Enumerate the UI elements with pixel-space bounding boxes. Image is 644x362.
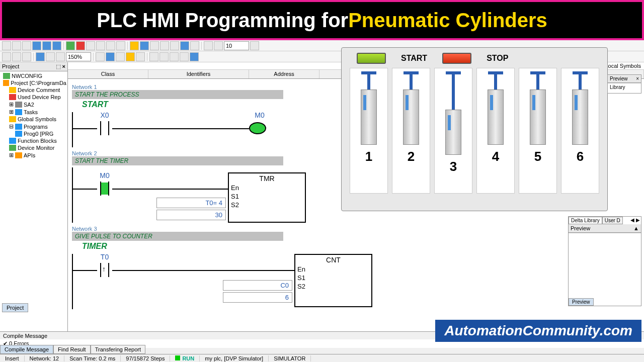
contact-x0[interactable]: [97, 121, 112, 136]
tree-nwconfig[interactable]: NWCONFIG: [0, 72, 67, 79]
window-icon[interactable]: [42, 41, 51, 50]
monitor-icon[interactable]: [116, 41, 125, 50]
lib-preview-tab[interactable]: Preview: [569, 298, 594, 306]
hmi-start-label: START: [401, 54, 427, 63]
tmr-s2: S2: [229, 201, 305, 209]
tmr-title: TMR: [229, 173, 305, 184]
cnt-title: CNT: [295, 255, 371, 265]
compile-icon[interactable]: [86, 41, 95, 50]
fbd-icon[interactable]: [160, 41, 169, 50]
hline-icon[interactable]: [159, 52, 169, 61]
tmr-s2-value[interactable]: 30: [156, 210, 226, 220]
tmr-block[interactable]: TMR En S1 S2: [228, 172, 306, 223]
copy-icon[interactable]: [12, 52, 21, 61]
library-panel: Delta Library User D ◀ ▶ Preview▲ Previe…: [568, 216, 641, 306]
lib-preview-title: Preview: [571, 225, 590, 231]
search-icon[interactable]: [36, 52, 45, 61]
il-icon[interactable]: [170, 41, 179, 50]
edit-icon[interactable]: [140, 41, 149, 50]
cylinder-label: 2: [408, 149, 415, 164]
close-icon[interactable]: ×: [636, 76, 639, 81]
tree-global-symbols[interactable]: Global Symbols: [0, 116, 67, 123]
cnt-block[interactable]: CNT En S1 S2: [294, 254, 372, 307]
cut-icon[interactable]: [2, 52, 11, 61]
preview-title: Preview: [610, 76, 628, 81]
delete-icon[interactable]: [180, 52, 189, 61]
cursor-icon[interactable]: [149, 52, 158, 61]
delta-library-tab[interactable]: Delta Library: [569, 217, 602, 224]
project-tree: NWCONFIG Project [C:\ProgramDa Device Co…: [0, 71, 67, 160]
offline-icon[interactable]: [190, 41, 199, 50]
tree-device-comment[interactable]: Device Comment: [0, 86, 67, 94]
contact-t0[interactable]: ↑: [97, 263, 112, 278]
tree-function-blocks[interactable]: Function Blocks: [0, 137, 67, 144]
block-icon[interactable]: [136, 52, 145, 61]
tree-tasks[interactable]: ⊞Tasks: [0, 108, 67, 116]
tree-sa2[interactable]: ⊞SA2: [0, 101, 67, 108]
spin-input[interactable]: [224, 41, 249, 50]
tile-icon[interactable]: [52, 41, 61, 50]
ladder-icon[interactable]: [150, 41, 159, 50]
status-bar: Insert Network: 12 Scan Time: 0.2 ms 97/…: [0, 354, 644, 362]
refresh-icon[interactable]: [250, 41, 259, 50]
folder-icon[interactable]: [126, 52, 135, 61]
cylinder-5: 5: [519, 68, 557, 194]
tree-apis[interactable]: ⊞APIs: [0, 151, 67, 159]
tree-prog0[interactable]: Prog0 [PRG: [0, 130, 67, 137]
hmi-start-button[interactable]: [357, 53, 386, 64]
download-icon[interactable]: [96, 41, 105, 50]
hmi-stop-button[interactable]: [442, 53, 471, 64]
print-icon[interactable]: [32, 41, 41, 50]
col-class[interactable]: Class: [68, 70, 148, 78]
open-icon[interactable]: [12, 41, 21, 50]
bottom-tabs: Compile Message Find Result Transfering …: [0, 345, 145, 354]
save-icon[interactable]: [22, 41, 31, 50]
project-tab[interactable]: Project: [2, 303, 28, 312]
redo-icon[interactable]: [214, 41, 223, 50]
cylinder-4: 4: [476, 68, 515, 194]
pin-icon[interactable]: ⬚: [56, 63, 61, 69]
tmr-s1-value[interactable]: T0= 4: [156, 198, 226, 208]
col-address[interactable]: Address: [249, 70, 319, 78]
close-icon[interactable]: ×: [62, 63, 65, 69]
tmr-en: En: [229, 184, 305, 192]
coil-icon[interactable]: [106, 52, 115, 61]
upload-icon[interactable]: [106, 41, 115, 50]
tree-used-device[interactable]: Used Device Rep: [0, 94, 67, 101]
tab-find-result[interactable]: Find Result: [53, 345, 91, 354]
contact-m0-label: M0: [92, 171, 117, 179]
col-identifiers[interactable]: Identifiers: [148, 70, 249, 78]
tree-project[interactable]: Project [C:\ProgramDa: [0, 79, 67, 86]
zoom-out-icon[interactable]: [56, 52, 65, 61]
stop-icon[interactable]: [76, 41, 85, 50]
zoom-in-icon[interactable]: [46, 52, 55, 61]
vline-icon[interactable]: [170, 52, 179, 61]
cylinder-label: 5: [534, 149, 541, 164]
paste-icon[interactable]: [22, 52, 31, 61]
tool-icon[interactable]: [130, 41, 139, 50]
new-icon[interactable]: [2, 41, 11, 50]
status-simulator: SIMULATOR: [269, 355, 311, 361]
zoom-input[interactable]: [66, 52, 91, 61]
cnt-s2-value[interactable]: 6: [223, 292, 292, 303]
contact-m0[interactable]: [97, 182, 112, 197]
cnt-s1-value[interactable]: C0: [223, 280, 292, 291]
hmi-stop-label: STOP: [487, 54, 508, 63]
tree-programs[interactable]: ⊟Programs: [0, 123, 67, 130]
undo-icon[interactable]: [204, 41, 213, 50]
add-icon[interactable]: [190, 52, 199, 61]
tree-device-monitor[interactable]: Device Monitor: [0, 144, 67, 151]
tab-compile-message[interactable]: Compile Message: [0, 345, 53, 354]
online-icon[interactable]: [180, 41, 189, 50]
network-1-comment: START THE PROCESS: [72, 90, 283, 99]
run-icon[interactable]: [66, 41, 75, 50]
preview-panel: Preview× Library: [607, 74, 641, 94]
library-preview: [569, 233, 641, 298]
contact-icon[interactable]: [96, 52, 105, 61]
tab-transfering-report[interactable]: Transfering Report: [91, 345, 145, 354]
line-icon[interactable]: [116, 52, 125, 61]
rung-3[interactable]: T0 ↑ CNT En S1 S2 C0 6: [72, 254, 640, 309]
user-library-tab[interactable]: User D: [602, 217, 623, 224]
coil-m0[interactable]: [249, 122, 266, 134]
status-insert: Insert: [0, 355, 25, 361]
